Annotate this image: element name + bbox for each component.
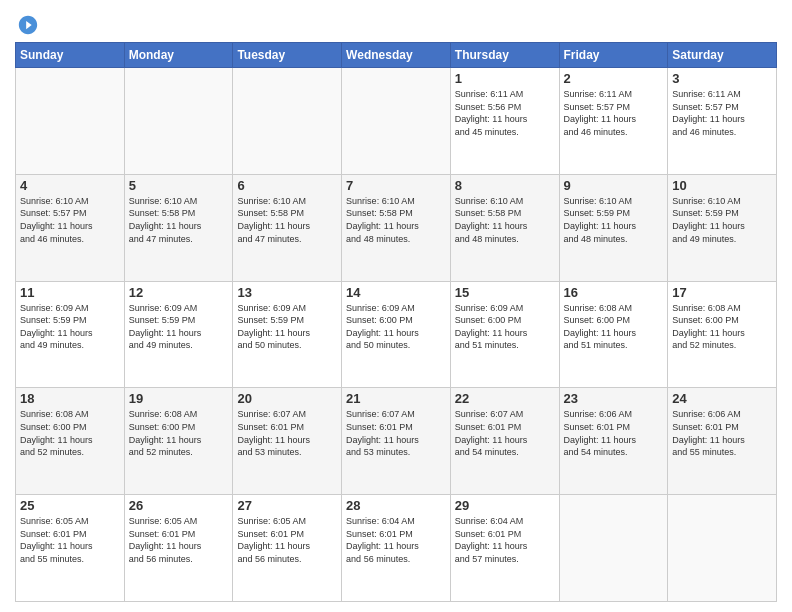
day-number: 1 [455, 71, 555, 86]
day-info: Sunrise: 6:08 AMSunset: 6:00 PMDaylight:… [672, 302, 772, 352]
day-info: Sunrise: 6:05 AMSunset: 6:01 PMDaylight:… [237, 515, 337, 565]
calendar-cell [124, 68, 233, 175]
logo-icon [17, 14, 39, 36]
calendar-cell [233, 68, 342, 175]
day-info: Sunrise: 6:09 AMSunset: 5:59 PMDaylight:… [20, 302, 120, 352]
calendar-cell: 21Sunrise: 6:07 AMSunset: 6:01 PMDayligh… [342, 388, 451, 495]
day-info: Sunrise: 6:10 AMSunset: 5:58 PMDaylight:… [129, 195, 229, 245]
day-header-monday: Monday [124, 43, 233, 68]
calendar-cell: 12Sunrise: 6:09 AMSunset: 5:59 PMDayligh… [124, 281, 233, 388]
day-info: Sunrise: 6:10 AMSunset: 5:58 PMDaylight:… [237, 195, 337, 245]
calendar-cell: 5Sunrise: 6:10 AMSunset: 5:58 PMDaylight… [124, 174, 233, 281]
day-number: 3 [672, 71, 772, 86]
calendar-cell: 22Sunrise: 6:07 AMSunset: 6:01 PMDayligh… [450, 388, 559, 495]
calendar-cell: 19Sunrise: 6:08 AMSunset: 6:00 PMDayligh… [124, 388, 233, 495]
calendar-cell [16, 68, 125, 175]
calendar-cell: 6Sunrise: 6:10 AMSunset: 5:58 PMDaylight… [233, 174, 342, 281]
day-info: Sunrise: 6:10 AMSunset: 5:57 PMDaylight:… [20, 195, 120, 245]
day-number: 22 [455, 391, 555, 406]
day-number: 15 [455, 285, 555, 300]
day-number: 16 [564, 285, 664, 300]
calendar-cell: 7Sunrise: 6:10 AMSunset: 5:58 PMDaylight… [342, 174, 451, 281]
page: SundayMondayTuesdayWednesdayThursdayFrid… [0, 0, 792, 612]
week-row: 4Sunrise: 6:10 AMSunset: 5:57 PMDaylight… [16, 174, 777, 281]
day-number: 11 [20, 285, 120, 300]
day-number: 26 [129, 498, 229, 513]
day-number: 6 [237, 178, 337, 193]
calendar-cell: 1Sunrise: 6:11 AMSunset: 5:56 PMDaylight… [450, 68, 559, 175]
calendar-cell: 15Sunrise: 6:09 AMSunset: 6:00 PMDayligh… [450, 281, 559, 388]
calendar-cell: 29Sunrise: 6:04 AMSunset: 6:01 PMDayligh… [450, 495, 559, 602]
day-info: Sunrise: 6:08 AMSunset: 6:00 PMDaylight:… [129, 408, 229, 458]
day-number: 4 [20, 178, 120, 193]
calendar-header: SundayMondayTuesdayWednesdayThursdayFrid… [16, 43, 777, 68]
calendar-cell: 24Sunrise: 6:06 AMSunset: 6:01 PMDayligh… [668, 388, 777, 495]
day-header-tuesday: Tuesday [233, 43, 342, 68]
calendar-cell: 18Sunrise: 6:08 AMSunset: 6:00 PMDayligh… [16, 388, 125, 495]
day-number: 5 [129, 178, 229, 193]
day-header-friday: Friday [559, 43, 668, 68]
day-number: 14 [346, 285, 446, 300]
day-header-thursday: Thursday [450, 43, 559, 68]
day-info: Sunrise: 6:09 AMSunset: 6:00 PMDaylight:… [346, 302, 446, 352]
day-number: 19 [129, 391, 229, 406]
calendar-body: 1Sunrise: 6:11 AMSunset: 5:56 PMDaylight… [16, 68, 777, 602]
day-info: Sunrise: 6:08 AMSunset: 6:00 PMDaylight:… [564, 302, 664, 352]
calendar-cell: 3Sunrise: 6:11 AMSunset: 5:57 PMDaylight… [668, 68, 777, 175]
day-info: Sunrise: 6:09 AMSunset: 6:00 PMDaylight:… [455, 302, 555, 352]
calendar-cell: 26Sunrise: 6:05 AMSunset: 6:01 PMDayligh… [124, 495, 233, 602]
day-number: 24 [672, 391, 772, 406]
day-number: 8 [455, 178, 555, 193]
day-info: Sunrise: 6:11 AMSunset: 5:57 PMDaylight:… [564, 88, 664, 138]
day-number: 17 [672, 285, 772, 300]
calendar-cell: 27Sunrise: 6:05 AMSunset: 6:01 PMDayligh… [233, 495, 342, 602]
calendar-cell: 10Sunrise: 6:10 AMSunset: 5:59 PMDayligh… [668, 174, 777, 281]
day-number: 23 [564, 391, 664, 406]
day-info: Sunrise: 6:10 AMSunset: 5:59 PMDaylight:… [564, 195, 664, 245]
day-info: Sunrise: 6:07 AMSunset: 6:01 PMDaylight:… [346, 408, 446, 458]
day-info: Sunrise: 6:10 AMSunset: 5:59 PMDaylight:… [672, 195, 772, 245]
day-info: Sunrise: 6:10 AMSunset: 5:58 PMDaylight:… [455, 195, 555, 245]
week-row: 11Sunrise: 6:09 AMSunset: 5:59 PMDayligh… [16, 281, 777, 388]
day-number: 7 [346, 178, 446, 193]
calendar-cell [342, 68, 451, 175]
calendar-cell: 16Sunrise: 6:08 AMSunset: 6:00 PMDayligh… [559, 281, 668, 388]
logo [15, 14, 39, 36]
day-info: Sunrise: 6:08 AMSunset: 6:00 PMDaylight:… [20, 408, 120, 458]
calendar-cell: 23Sunrise: 6:06 AMSunset: 6:01 PMDayligh… [559, 388, 668, 495]
calendar-cell: 2Sunrise: 6:11 AMSunset: 5:57 PMDaylight… [559, 68, 668, 175]
day-info: Sunrise: 6:11 AMSunset: 5:57 PMDaylight:… [672, 88, 772, 138]
day-header-saturday: Saturday [668, 43, 777, 68]
calendar-cell: 11Sunrise: 6:09 AMSunset: 5:59 PMDayligh… [16, 281, 125, 388]
calendar-cell [559, 495, 668, 602]
header-row: SundayMondayTuesdayWednesdayThursdayFrid… [16, 43, 777, 68]
day-info: Sunrise: 6:07 AMSunset: 6:01 PMDaylight:… [237, 408, 337, 458]
day-number: 18 [20, 391, 120, 406]
calendar-table: SundayMondayTuesdayWednesdayThursdayFrid… [15, 42, 777, 602]
header [15, 10, 777, 36]
day-number: 27 [237, 498, 337, 513]
week-row: 1Sunrise: 6:11 AMSunset: 5:56 PMDaylight… [16, 68, 777, 175]
day-number: 13 [237, 285, 337, 300]
day-info: Sunrise: 6:05 AMSunset: 6:01 PMDaylight:… [20, 515, 120, 565]
day-info: Sunrise: 6:07 AMSunset: 6:01 PMDaylight:… [455, 408, 555, 458]
calendar-cell: 20Sunrise: 6:07 AMSunset: 6:01 PMDayligh… [233, 388, 342, 495]
day-header-wednesday: Wednesday [342, 43, 451, 68]
day-number: 10 [672, 178, 772, 193]
day-info: Sunrise: 6:11 AMSunset: 5:56 PMDaylight:… [455, 88, 555, 138]
calendar-cell: 13Sunrise: 6:09 AMSunset: 5:59 PMDayligh… [233, 281, 342, 388]
calendar-cell: 4Sunrise: 6:10 AMSunset: 5:57 PMDaylight… [16, 174, 125, 281]
day-number: 20 [237, 391, 337, 406]
calendar-cell: 17Sunrise: 6:08 AMSunset: 6:00 PMDayligh… [668, 281, 777, 388]
day-number: 28 [346, 498, 446, 513]
day-number: 21 [346, 391, 446, 406]
day-number: 29 [455, 498, 555, 513]
week-row: 25Sunrise: 6:05 AMSunset: 6:01 PMDayligh… [16, 495, 777, 602]
day-info: Sunrise: 6:10 AMSunset: 5:58 PMDaylight:… [346, 195, 446, 245]
calendar-cell: 25Sunrise: 6:05 AMSunset: 6:01 PMDayligh… [16, 495, 125, 602]
day-number: 25 [20, 498, 120, 513]
day-info: Sunrise: 6:06 AMSunset: 6:01 PMDaylight:… [672, 408, 772, 458]
day-info: Sunrise: 6:04 AMSunset: 6:01 PMDaylight:… [346, 515, 446, 565]
day-info: Sunrise: 6:06 AMSunset: 6:01 PMDaylight:… [564, 408, 664, 458]
calendar-cell: 14Sunrise: 6:09 AMSunset: 6:00 PMDayligh… [342, 281, 451, 388]
